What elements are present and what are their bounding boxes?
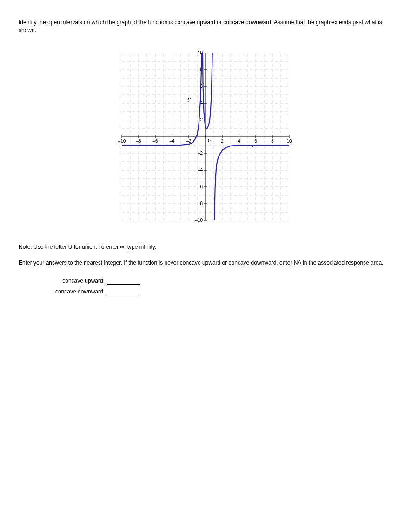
question-text: Identify the open intervals on which the… bbox=[19, 19, 392, 34]
svg-text:–8: –8 bbox=[136, 139, 141, 144]
svg-text:y: y bbox=[187, 95, 191, 102]
svg-text:2: 2 bbox=[200, 117, 203, 122]
note-text: Note: Use the letter U for union. To ent… bbox=[19, 244, 392, 250]
concave-downward-label: concave downward: bbox=[42, 288, 107, 295]
chart-container: –10–8–6–4–20246810–10–8–6–4–2246810xy bbox=[19, 44, 392, 230]
svg-text:2: 2 bbox=[221, 139, 224, 144]
svg-text:–6: –6 bbox=[198, 184, 203, 189]
function-graph: –10–8–6–4–20246810–10–8–6–4–2246810xy bbox=[113, 44, 298, 230]
svg-text:–4: –4 bbox=[198, 167, 203, 173]
svg-text:0: 0 bbox=[208, 138, 211, 143]
svg-text:–2: –2 bbox=[198, 151, 203, 156]
svg-text:–10: –10 bbox=[118, 139, 126, 144]
answer-row-upward: concave upward: bbox=[42, 278, 392, 285]
svg-text:–4: –4 bbox=[169, 139, 175, 144]
svg-text:–6: –6 bbox=[152, 139, 158, 144]
svg-text:–10: –10 bbox=[195, 218, 203, 223]
svg-text:–8: –8 bbox=[198, 201, 203, 206]
svg-text:4: 4 bbox=[238, 139, 240, 144]
concave-downward-input[interactable] bbox=[107, 288, 140, 295]
svg-text:10: 10 bbox=[286, 139, 292, 144]
answer-row-downward: concave downward: bbox=[42, 288, 392, 295]
concave-upward-input[interactable] bbox=[107, 278, 140, 285]
concave-upward-label: concave upward: bbox=[42, 278, 107, 284]
instruction-text: Enter your answers to the nearest intege… bbox=[19, 259, 392, 266]
svg-text:x: x bbox=[251, 143, 254, 150]
svg-text:6: 6 bbox=[254, 139, 257, 144]
svg-text:8: 8 bbox=[271, 139, 274, 144]
